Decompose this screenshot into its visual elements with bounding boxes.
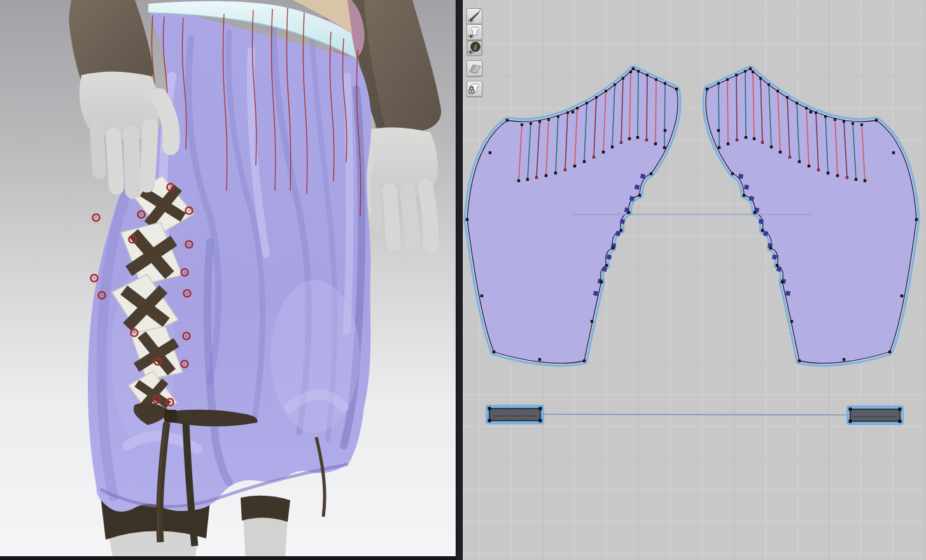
fabric-view-toggle[interactable] bbox=[467, 60, 482, 76]
viewport-bottom-edge bbox=[0, 556, 456, 560]
shirt-lock-icon bbox=[467, 81, 482, 96]
fabric-swatch-icon bbox=[467, 61, 482, 76]
shirt-eye-icon bbox=[467, 25, 482, 39]
garment-visibility-toggle[interactable] bbox=[467, 24, 482, 40]
3d-viewport[interactable] bbox=[0, 0, 456, 560]
3d-scene bbox=[0, 0, 456, 560]
2d-scene bbox=[463, 0, 926, 560]
2d-pattern-viewport[interactable]: i bbox=[463, 0, 926, 560]
info-eye-icon: i bbox=[467, 41, 482, 55]
pin-visibility-toggle[interactable] bbox=[467, 8, 482, 24]
info-visibility-toggle[interactable]: i bbox=[467, 40, 482, 56]
waistband-strips[interactable] bbox=[486, 405, 904, 425]
panel-divider[interactable] bbox=[456, 0, 463, 560]
garment-lock-toggle[interactable] bbox=[467, 81, 482, 97]
pin-eye-icon bbox=[467, 9, 482, 24]
marvelous-designer-window: i bbox=[0, 0, 926, 560]
